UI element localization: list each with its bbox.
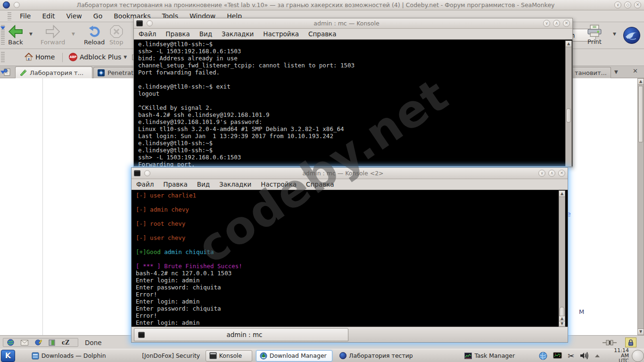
menu-edit[interactable]: Правка (163, 181, 187, 188)
browser-titlebar: Лаборатория тестирования на проникновени… (0, 0, 644, 10)
menu-bookmarks[interactable]: Закладки (219, 181, 251, 188)
konsole2-title: admin : mc — Konsole <2> (150, 170, 536, 177)
browser-scrollbar[interactable]: ▲ ▼ (637, 78, 644, 335)
toolbar-collapse-icon[interactable] (0, 26, 5, 30)
konsole1-scrollbar[interactable]: ▲ (565, 41, 572, 167)
menu-view[interactable]: Вид (197, 181, 210, 188)
scroll-down-icon[interactable]: ▼ (638, 329, 644, 335)
home-button[interactable]: Home (25, 53, 55, 61)
kmenu-button[interactable]: K (1, 350, 15, 362)
menu-settings[interactable]: Настройка (261, 181, 297, 188)
taskbar-item-task-manager[interactable]: Task Manager (461, 350, 519, 362)
taskbar-item-konsole[interactable]: Konsole (206, 350, 252, 362)
terminal-line: [-] user charlie1 (136, 192, 559, 199)
taskbar-item-dolphin[interactable]: Downloads — Dolphin (28, 350, 134, 362)
scrollbar-thumb[interactable] (566, 108, 571, 123)
konsole2-scrollbar[interactable]: ▲ ▲ ▼ (559, 190, 565, 327)
minimize-button[interactable]: ∨ (543, 20, 550, 27)
terminal-line: e.lindsey@tl10-ssh:~$ exit (138, 83, 564, 90)
toolbar-collapse-icon[interactable] (0, 71, 5, 74)
close-button[interactable]: ✕ (558, 170, 565, 177)
composer-icon[interactable] (35, 339, 42, 346)
session-tab-admin-mc[interactable]: admin : mc (134, 328, 348, 341)
terminal-line (136, 255, 559, 263)
kmenu-k-icon: K (5, 351, 11, 360)
adblock-plus-button[interactable]: ABP Adblock Plus ▼ (69, 53, 127, 61)
taskbar-item-jondofox[interactable]: [JonDoFox] Security Blo (136, 350, 202, 362)
toolbar-grippy[interactable] (8, 12, 11, 20)
menu-bookmarks[interactable]: Закладки (222, 30, 254, 38)
konsole-icon (138, 332, 145, 338)
scroll-up-icon[interactable]: ▲ (559, 316, 565, 321)
tab-list-chevron[interactable]: ▼ (614, 69, 618, 74)
mail-envelope-icon[interactable] (21, 340, 28, 346)
scroll-up-icon[interactable]: ▲ (638, 79, 644, 85)
stop-button[interactable]: Stop (109, 25, 124, 46)
print-button[interactable]: Print (586, 25, 603, 45)
close-button[interactable]: ✕ (563, 20, 570, 27)
menu-file[interactable]: Файл (136, 181, 154, 188)
close-tab-icon[interactable]: ✕ (633, 67, 638, 74)
konsole1-titlebar: admin : mc — Konsole ∨ ∧ ✕ (134, 18, 572, 29)
back-dropdown-chevron[interactable]: ▼ (29, 32, 33, 36)
forward-dropdown-chevron[interactable]: ▼ (72, 32, 75, 36)
terminal-line: ssh> -L 1503:192.168.0.6:1503 (138, 154, 564, 161)
window-pin-button[interactable] (144, 170, 150, 176)
terminal-line: bash-4.2# nc 127.0.0.1 1503 (136, 270, 559, 277)
klipper-scissors-icon[interactable]: ✂ (568, 351, 574, 361)
menu-settings[interactable]: Настройка (263, 30, 299, 38)
taskbar-clock[interactable]: 11:14 AM UTC (604, 348, 629, 362)
navigator-globe-icon[interactable] (7, 339, 14, 346)
scroll-down-icon[interactable]: ▼ (559, 321, 565, 326)
menu-edit[interactable]: Edit (42, 12, 55, 20)
scroll-up-icon[interactable]: ▲ (559, 191, 565, 197)
menu-view[interactable]: Вид (199, 30, 212, 38)
menu-go[interactable]: Go (93, 12, 102, 20)
maximize-button[interactable]: ∧ (548, 170, 555, 177)
back-button[interactable]: Back (8, 25, 24, 46)
chatzilla-icon[interactable]: cZ (62, 339, 69, 346)
reload-button[interactable]: Reload (84, 25, 105, 46)
download-manager-icon (260, 352, 267, 360)
maximize-button[interactable]: ∧ (553, 20, 560, 27)
minimize-button[interactable]: ∨ (614, 1, 621, 8)
seamonkey-logo[interactable] (623, 27, 640, 44)
menu-edit[interactable]: Правка (165, 30, 190, 38)
menu-file[interactable]: Файл (139, 30, 156, 38)
addressbook-icon[interactable] (49, 339, 55, 346)
edge-applet[interactable] (632, 350, 644, 362)
scroll-up-icon[interactable]: ▲ (566, 41, 571, 47)
taskbar-item-seamonkey[interactable]: Лаборатория тестир (336, 350, 454, 362)
scrollbar-arrows[interactable]: ▲ ▼ (559, 316, 565, 326)
scrollbar-thumb[interactable] (638, 86, 643, 142)
menu-help[interactable]: Справка (306, 181, 334, 188)
terminal[interactable]: [-] user charlie1 [-] admin chevy [-] ro… (132, 190, 568, 327)
terminal[interactable]: e.lindsey@tl10-ssh:~$ssh> -L 1503:192.16… (134, 40, 572, 166)
network-globe-icon[interactable] (539, 352, 547, 360)
online-plug-icon[interactable] (603, 339, 617, 346)
security-lock-button[interactable] (625, 337, 636, 347)
maximize-button[interactable]: ◇ (624, 1, 631, 8)
close-button[interactable]: ✕ (634, 1, 641, 8)
volume-speaker-icon[interactable] (580, 352, 589, 360)
menu-view[interactable]: View (66, 12, 82, 20)
seamonkey-icon (339, 352, 347, 359)
system-monitor-icon[interactable] (553, 352, 562, 360)
tray-expand-icon[interactable] (595, 354, 600, 357)
window-pin-button[interactable] (147, 20, 153, 26)
page-content-divider (42, 78, 43, 335)
minimize-button[interactable]: ∨ (538, 170, 545, 177)
terminal-line: Error! (136, 291, 559, 298)
terminal-line: [-] user chevy (136, 234, 559, 241)
terminal-line: Port forwarding failed. (138, 69, 564, 76)
menu-file[interactable]: File (20, 12, 31, 20)
status-text: Done (85, 339, 102, 346)
window-pin-button[interactable] (14, 2, 20, 8)
print-dropdown-chevron[interactable]: ▼ (613, 32, 616, 36)
tab-laboratoriya[interactable]: Лаборатория т... (15, 66, 92, 78)
toolbar-grippy[interactable] (1, 52, 5, 63)
taskbar-item-download-manager[interactable]: Download Manager (256, 350, 332, 362)
forward-button[interactable]: Forward (41, 25, 65, 46)
menu-help[interactable]: Справка (308, 30, 336, 38)
system-tray: ✂ (539, 351, 600, 361)
